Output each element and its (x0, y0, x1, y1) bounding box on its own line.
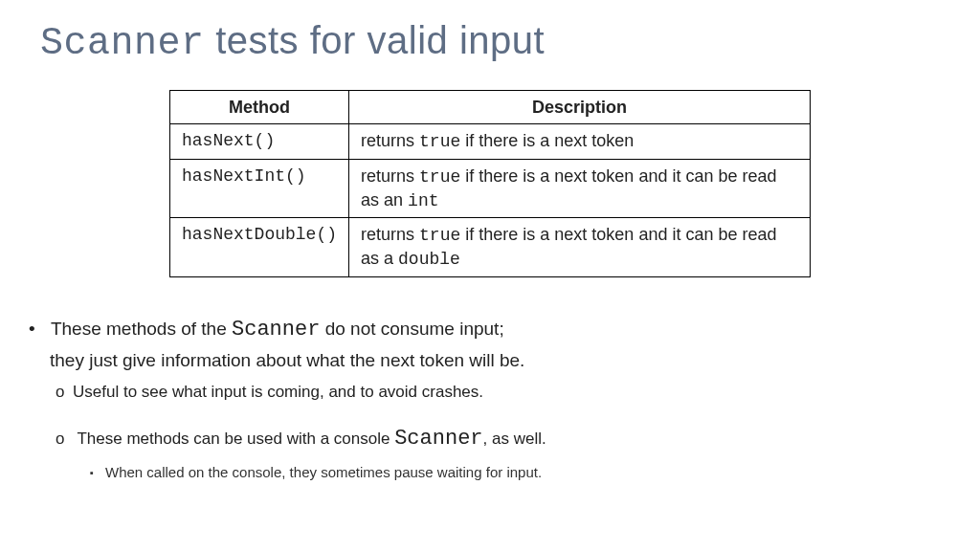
list-item: Useful to see what input is coming, and … (73, 380, 942, 405)
method-cell: hasNext() (170, 124, 349, 159)
desc-cell: returns true if there is a next token an… (349, 159, 811, 218)
list-item: When called on the console, they sometim… (105, 461, 942, 483)
slide-title: Scanner tests for valid input (40, 19, 942, 65)
method-cell: hasNextInt() (170, 159, 349, 218)
title-rest: tests for valid input (205, 19, 546, 61)
table-row: hasNext() returns true if there is a nex… (170, 124, 811, 159)
list-item: These methods of the Scanner do not cons… (33, 314, 942, 483)
table-header-row: Method Description (170, 91, 811, 124)
list-item: These methods can be used with a console… (73, 423, 942, 483)
sub-sub-list: When called on the console, they sometim… (105, 461, 942, 483)
bullet-list: These methods of the Scanner do not cons… (33, 314, 942, 483)
title-code: Scanner (40, 22, 205, 65)
method-cell: hasNextDouble() (170, 218, 349, 277)
col-method: Method (170, 91, 349, 124)
desc-cell: returns true if there is a next token an… (349, 218, 811, 277)
table-row: hasNextInt() returns true if there is a … (170, 159, 811, 218)
desc-cell: returns true if there is a next token (349, 124, 811, 159)
table-row: hasNextDouble() returns true if there is… (170, 218, 811, 277)
list-item-cont: they just give information about what th… (33, 346, 942, 374)
methods-table: Method Description hasNext() returns tru… (169, 90, 811, 277)
sub-list: Useful to see what input is coming, and … (73, 380, 942, 483)
col-description: Description (349, 91, 811, 124)
